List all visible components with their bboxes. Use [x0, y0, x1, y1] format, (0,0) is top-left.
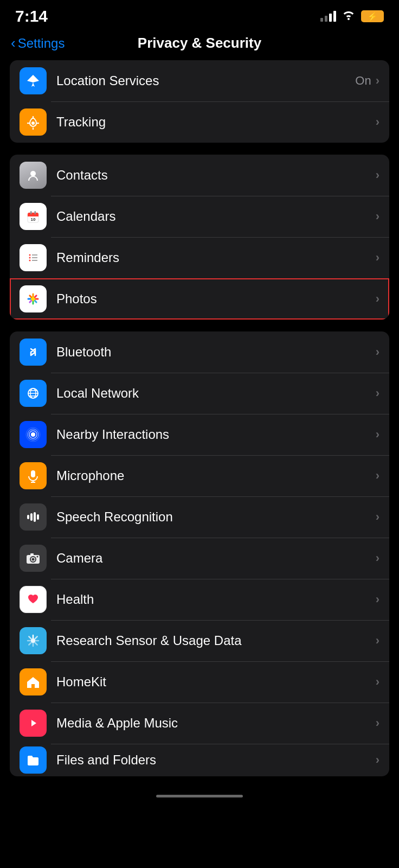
photos-label: Photos	[56, 291, 97, 307]
contacts-icon	[20, 162, 47, 189]
health-right: ›	[376, 592, 379, 607]
svg-rect-7	[30, 211, 32, 214]
files-right: ›	[376, 753, 379, 767]
chevron-icon: ›	[376, 510, 379, 524]
nearby-interactions-label: Nearby Interactions	[56, 427, 169, 442]
row-speech-recognition[interactable]: Speech Recognition ›	[10, 496, 389, 538]
nearby-interactions-right: ›	[376, 427, 379, 442]
chevron-icon: ›	[376, 716, 379, 730]
chevron-icon: ›	[376, 115, 379, 129]
location-services-label: Location Services	[56, 73, 159, 88]
location-services-content: Location Services On ›	[56, 73, 379, 88]
svg-rect-36	[30, 553, 34, 556]
chevron-icon: ›	[376, 292, 379, 306]
row-homekit[interactable]: HomeKit ›	[10, 661, 389, 703]
status-bar: 7:14 ⚡	[0, 0, 399, 29]
row-tracking[interactable]: Tracking ›	[10, 101, 389, 143]
calendars-icon: 10	[20, 203, 47, 230]
svg-point-37	[37, 556, 38, 558]
media-music-label: Media & Apple Music	[56, 716, 178, 731]
chevron-icon: ›	[376, 634, 379, 648]
health-content: Health ›	[56, 592, 379, 607]
contacts-label: Contacts	[56, 168, 108, 183]
photos-content: Photos ›	[56, 291, 379, 307]
wifi-icon	[342, 10, 356, 23]
tracking-right: ›	[376, 115, 379, 129]
chevron-icon: ›	[376, 551, 379, 565]
reminders-right: ›	[376, 251, 379, 265]
camera-right: ›	[376, 551, 379, 565]
chevron-icon: ›	[376, 592, 379, 607]
svg-rect-5	[28, 215, 38, 216]
svg-rect-29	[27, 515, 29, 519]
chevron-icon: ›	[376, 74, 379, 88]
photos-icon	[20, 285, 47, 312]
svg-point-1	[31, 122, 35, 125]
contacts-content: Contacts ›	[56, 168, 379, 183]
row-media-music[interactable]: Media & Apple Music ›	[10, 703, 389, 744]
tracking-icon	[20, 108, 47, 136]
row-files[interactable]: Files and Folders ›	[10, 744, 389, 776]
row-reminders[interactable]: Reminders ›	[10, 237, 389, 278]
research-sensor-label: Research Sensor & Usage Data	[56, 633, 242, 648]
chevron-icon: ›	[376, 753, 379, 767]
files-icon	[20, 746, 47, 774]
research-sensor-icon	[20, 627, 47, 654]
row-microphone[interactable]: Microphone ›	[10, 455, 389, 496]
bluetooth-label: Bluetooth	[56, 344, 111, 360]
status-time: 7:14	[15, 7, 48, 25]
calendars-label: Calendars	[56, 209, 115, 224]
local-network-label: Local Network	[56, 386, 139, 401]
reminders-icon	[20, 244, 47, 271]
homekit-content: HomeKit ›	[56, 674, 379, 690]
health-label: Health	[56, 592, 94, 607]
contacts-right: ›	[376, 168, 379, 182]
svg-point-12	[29, 257, 31, 259]
nearby-interactions-content: Nearby Interactions ›	[56, 427, 379, 442]
nav-header: ‹ Settings Privacy & Security	[0, 29, 399, 60]
files-label: Files and Folders	[56, 752, 156, 768]
camera-content: Camera ›	[56, 551, 379, 566]
reminders-label: Reminders	[56, 250, 119, 265]
row-contacts[interactable]: Contacts ›	[10, 155, 389, 196]
nearby-interactions-icon	[20, 421, 47, 448]
row-calendars[interactable]: 10 Calendars ›	[10, 196, 389, 237]
chevron-icon: ›	[376, 427, 379, 442]
chevron-icon: ›	[376, 345, 379, 359]
camera-icon	[20, 545, 47, 572]
battery-icon: ⚡	[361, 10, 384, 22]
location-services-icon	[20, 67, 47, 94]
row-nearby-interactions[interactable]: Nearby Interactions ›	[10, 414, 389, 455]
home-indicator-area	[0, 788, 399, 808]
row-photos[interactable]: Photos ›	[10, 278, 389, 320]
bluetooth-content: Bluetooth ›	[56, 344, 379, 360]
row-bluetooth[interactable]: Bluetooth ›	[10, 331, 389, 373]
health-icon	[20, 586, 47, 613]
speech-recognition-label: Speech Recognition	[56, 509, 173, 525]
row-location-services[interactable]: Location Services On ›	[10, 60, 389, 101]
svg-rect-8	[35, 211, 36, 214]
bluetooth-icon	[20, 339, 47, 366]
section-location: Location Services On › Tracking ›	[10, 60, 389, 143]
section-permissions: Bluetooth › Local Network ›	[10, 331, 389, 776]
files-content: Files and Folders ›	[56, 752, 379, 768]
local-network-content: Local Network ›	[56, 386, 379, 401]
svg-point-2	[30, 171, 36, 176]
row-health[interactable]: Health ›	[10, 579, 389, 620]
chevron-icon: ›	[376, 675, 379, 689]
microphone-label: Microphone	[56, 468, 124, 483]
media-music-content: Media & Apple Music ›	[56, 716, 379, 731]
row-research-sensor[interactable]: Research Sensor & Usage Data ›	[10, 620, 389, 661]
svg-point-10	[29, 254, 31, 256]
row-camera[interactable]: Camera ›	[10, 538, 389, 579]
svg-point-35	[32, 558, 35, 561]
svg-point-22	[31, 432, 35, 437]
speech-recognition-icon	[20, 503, 47, 531]
page-title: Privacy & Security	[138, 35, 261, 52]
svg-rect-32	[37, 514, 39, 520]
back-chevron-icon: ‹	[11, 35, 16, 52]
row-local-network[interactable]: Local Network ›	[10, 373, 389, 414]
signal-icon	[320, 11, 336, 22]
back-button[interactable]: ‹ Settings	[11, 35, 65, 52]
bluetooth-right: ›	[376, 345, 379, 359]
